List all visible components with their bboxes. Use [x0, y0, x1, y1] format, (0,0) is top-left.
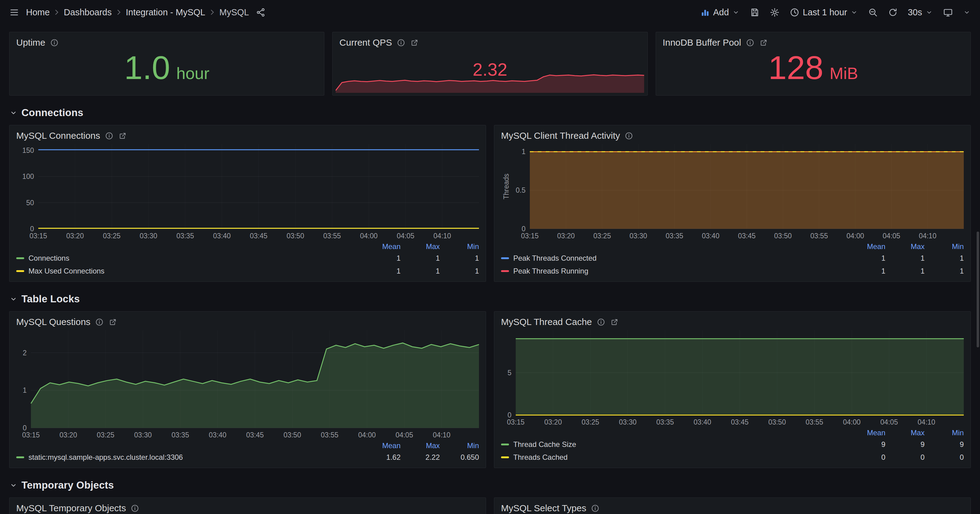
panel-header-temporary-objects[interactable]: MySQL Temporary Objects [10, 498, 486, 514]
share-dashboard-button[interactable] [256, 7, 266, 18]
legend-row: Peak Threads Connected111 [501, 251, 964, 264]
panel-body: 0503:1503:2003:2503:3003:3503:4003:4503:… [494, 329, 970, 468]
gear-icon [770, 7, 780, 18]
chevron-down-icon [9, 295, 18, 303]
panel-mysql-client-thread-activity: MySQL Client Thread Activity Threads00.5… [494, 125, 971, 282]
plot-area[interactable] [31, 330, 479, 428]
panel-header-select-types[interactable]: MySQL Select Types [494, 498, 970, 514]
buffer-pool-value: 128 [768, 51, 824, 84]
connections-row: MySQL Connections 05010015003:1503:2003:… [9, 125, 971, 282]
section-header-temporary-objects[interactable]: Temporary Objects [9, 476, 971, 495]
legend-value: 1 [846, 267, 885, 275]
refresh-interval-picker[interactable]: 30s [908, 7, 933, 18]
legend-label[interactable]: Connections [29, 254, 361, 263]
plot-area[interactable] [530, 144, 964, 229]
legend-value: 1 [401, 267, 440, 275]
info-icon[interactable] [591, 504, 600, 513]
legend-value: 9 [846, 440, 885, 449]
info-icon[interactable] [130, 504, 139, 513]
y-axis-ticks: 050100150 [16, 144, 38, 229]
info-icon[interactable] [105, 131, 114, 140]
panel-header-mysql-questions[interactable]: MySQL Questions [10, 312, 486, 329]
panel-mysql-select-types: MySQL Select Types [494, 498, 971, 514]
mega-menu-toggle-button[interactable] [9, 7, 19, 18]
legend-headers: MeanMaxMin [501, 427, 964, 438]
x-axis-ticks: 03:1503:2003:2503:3003:3503:4003:4503:50… [16, 428, 479, 440]
panel-header-current-qps[interactable]: Current QPS [332, 32, 647, 49]
navbar-more-button[interactable] [963, 8, 971, 16]
dashboard-settings-button[interactable] [770, 7, 780, 18]
panel-header-mysql-connections[interactable]: MySQL Connections [10, 125, 486, 143]
plot-area[interactable] [516, 330, 964, 415]
legend-header-mean[interactable]: Mean [846, 242, 885, 251]
kiosk-mode-button[interactable] [943, 7, 953, 18]
legend-header-min[interactable]: Min [440, 242, 479, 251]
legend-header-max[interactable]: Max [885, 428, 924, 437]
panel-mysql-thread-cache: MySQL Thread Cache 0503:1503:2003:2503:3… [494, 311, 971, 468]
breadcrumb-item: MySQL [219, 7, 249, 18]
external-link-icon[interactable] [410, 38, 419, 47]
info-icon[interactable] [624, 131, 633, 140]
legend-label[interactable]: Threads Cached [513, 453, 846, 461]
table-locks-row: MySQL Questions 01203:1503:2003:2503:300… [9, 311, 971, 468]
y-axis-ticks: 00.51 [511, 144, 530, 229]
legend-header-min[interactable]: Min [924, 428, 964, 437]
legend-header-mean[interactable]: Mean [361, 441, 401, 450]
legend-value: 0 [924, 453, 964, 461]
breadcrumb-item[interactable]: Home [26, 7, 49, 18]
uptime-value: 1.0 [124, 51, 170, 84]
legend-swatch [16, 457, 24, 458]
save-icon [750, 7, 760, 18]
external-link-icon[interactable] [118, 131, 127, 140]
legend-swatch [16, 270, 24, 272]
info-icon[interactable] [95, 318, 104, 326]
breadcrumb-item[interactable]: Integration - MySQL [126, 7, 205, 18]
legend-label[interactable]: Peak Threads Running [513, 267, 846, 275]
legend-header-mean[interactable]: Mean [361, 242, 401, 251]
thread-cache-chart[interactable]: 0503:1503:2003:2503:3003:3503:4003:4503:… [501, 330, 964, 427]
thread-activity-chart[interactable]: Threads00.5103:1503:2003:2503:3003:3503:… [501, 144, 964, 241]
external-link-icon[interactable] [610, 318, 619, 326]
section-header-connections[interactable]: Connections [9, 103, 971, 123]
info-icon[interactable] [396, 38, 406, 47]
plot-area[interactable] [38, 144, 479, 229]
time-range-picker[interactable]: Last 1 hour [789, 7, 858, 18]
legend-label[interactable]: Max Used Connections [29, 267, 361, 275]
add-button[interactable]: Add [700, 7, 740, 18]
mysql-questions-chart[interactable]: 01203:1503:2003:2503:3003:3503:4003:4503… [16, 330, 479, 440]
panel-title: MySQL Select Types [501, 503, 586, 513]
legend-header-min[interactable]: Min [924, 242, 964, 251]
section-header-table-locks[interactable]: Table Locks [9, 289, 971, 309]
refresh-interval-label: 30s [908, 7, 922, 18]
panel-header-thread-activity[interactable]: MySQL Client Thread Activity [494, 125, 970, 143]
external-link-icon[interactable] [108, 318, 117, 326]
panel-header-mysql-thread-cache[interactable]: MySQL Thread Cache [494, 312, 970, 329]
monitor-icon [943, 7, 953, 18]
legend-header-max[interactable]: Max [401, 441, 440, 450]
buffer-pool-unit: MiB [830, 64, 858, 83]
breadcrumb-separator-icon [52, 8, 60, 16]
navbar-right: Add Last 1 hour [700, 7, 971, 18]
thread-cache-legend: MeanMaxMinThread Cache Size999Threads Ca… [501, 427, 964, 463]
breadcrumb-item[interactable]: Dashboards [64, 7, 111, 18]
info-icon[interactable] [597, 318, 605, 326]
legend-label[interactable]: static:mysql.sample-apps.svc.cluster.loc… [29, 453, 361, 461]
legend-header-max[interactable]: Max [885, 242, 924, 251]
zoom-out-time-button[interactable] [868, 7, 878, 18]
scrollbar-thumb[interactable] [977, 232, 979, 347]
breadcrumb-separator-icon [115, 8, 123, 16]
y-axis-ticks: 012 [16, 330, 31, 428]
legend-value: 0.650 [440, 453, 479, 461]
legend-header-min[interactable]: Min [440, 441, 479, 450]
refresh-button[interactable] [888, 7, 898, 18]
legend-headers: MeanMaxMin [501, 241, 964, 251]
save-dashboard-button[interactable] [750, 7, 760, 18]
legend-label[interactable]: Peak Threads Connected [513, 254, 846, 263]
legend-header-mean[interactable]: Mean [846, 428, 885, 437]
mysql-connections-chart[interactable]: 05010015003:1503:2003:2503:3003:3503:400… [16, 144, 479, 241]
legend-header-max[interactable]: Max [401, 242, 440, 251]
legend-label[interactable]: Thread Cache Size [513, 440, 846, 449]
share-icon [256, 7, 266, 18]
legend-row: Max Used Connections111 [16, 264, 479, 277]
legend-value: 0 [885, 453, 924, 461]
